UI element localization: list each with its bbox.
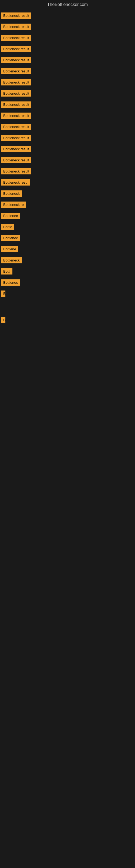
- bottleneck-badge[interactable]: Bottlenec: [1, 279, 20, 286]
- bottleneck-badge[interactable]: Bottleneck result: [1, 35, 31, 41]
- list-item: Bottle: [1, 223, 134, 231]
- list-item: [1, 346, 134, 347]
- bottleneck-badge[interactable]: Bottleneck result: [1, 46, 31, 52]
- bottleneck-badge[interactable]: Bottleneck result: [1, 24, 31, 30]
- bottleneck-badge[interactable]: Bottleneck: [1, 257, 22, 264]
- bottleneck-badge[interactable]: Bottl: [1, 268, 12, 275]
- list-item: Bottleneck result: [1, 67, 134, 76]
- list-item: [1, 331, 134, 332]
- list-item: [1, 305, 134, 306]
- list-item: Bottleneck result: [1, 101, 134, 109]
- site-header: TheBottlenecker.com: [0, 0, 135, 9]
- list-item: Bottleneck result: [1, 156, 134, 165]
- list-item: Bottleneck result: [1, 123, 134, 131]
- bottleneck-badge[interactable]: Bottleneck result: [1, 135, 31, 141]
- bottleneck-badge[interactable]: Bottleneck result: [1, 79, 31, 86]
- list-item: Bottlene: [1, 246, 134, 254]
- bottleneck-badge[interactable]: Bottleneck result: [1, 113, 31, 119]
- list-item: Bottleneck result: [1, 90, 134, 98]
- bottleneck-badge[interactable]: Bottlenec: [1, 235, 20, 241]
- list-item: [1, 335, 134, 336]
- bottleneck-badge[interactable]: Bottleneck result: [1, 124, 31, 130]
- list-item: Bottleneck result: [1, 23, 134, 31]
- bottleneck-badge[interactable]: Bottleneck result: [1, 90, 31, 97]
- list-item: Bottl: [1, 268, 134, 276]
- bottleneck-badge[interactable]: Bottleneck result: [1, 157, 31, 163]
- list-item: B: [1, 290, 134, 299]
- list-item: Bottleneck resu: [1, 179, 134, 187]
- list-item: Bottlenec: [1, 212, 134, 220]
- list-item: Bottleneck re: [1, 201, 134, 209]
- bottleneck-badge[interactable]: Bottleneck resu: [1, 179, 30, 186]
- list-item: Bottleneck result: [1, 79, 134, 87]
- list-item: [1, 301, 134, 302]
- list-item: Bottleneck result: [1, 56, 134, 65]
- bottleneck-badge[interactable]: Bottleneck result: [1, 57, 31, 63]
- list-item: [1, 309, 134, 310]
- list-item: Bottleneck result: [1, 134, 134, 143]
- bottleneck-badge[interactable]: B: [1, 290, 5, 297]
- bottleneck-badge[interactable]: B: [1, 317, 5, 323]
- list-item: [1, 312, 134, 314]
- bottleneck-badge[interactable]: Bottlenec: [1, 213, 20, 219]
- bottleneck-badge[interactable]: Bottleneck result: [1, 146, 31, 152]
- list-item: Bottlenec: [1, 235, 134, 243]
- bottleneck-badge[interactable]: Bottleneck re: [1, 202, 26, 208]
- list-item: Bottleneck result: [1, 167, 134, 176]
- list-item: [1, 339, 134, 340]
- items-container: Bottleneck resultBottleneck resultBottle…: [0, 9, 135, 353]
- bottleneck-badge[interactable]: Bottlene: [1, 246, 18, 252]
- bottleneck-badge[interactable]: Bottle: [1, 224, 14, 230]
- bottleneck-badge[interactable]: Bottleneck result: [1, 168, 31, 175]
- list-item: B: [1, 316, 134, 325]
- bottleneck-badge[interactable]: Bottleneck result: [1, 68, 31, 74]
- list-item: [1, 328, 134, 329]
- list-item: Bottleneck result: [1, 45, 134, 54]
- list-item: Bottleneck: [1, 257, 134, 265]
- bottleneck-badge[interactable]: Bottleneck result: [1, 12, 31, 19]
- bottleneck-badge[interactable]: Bottleneck result: [1, 101, 31, 108]
- list-item: [1, 343, 134, 344]
- list-item: Bottleneck result: [1, 145, 134, 154]
- list-item: Bottleneck result: [1, 112, 134, 120]
- list-item: Bottleneck: [1, 190, 134, 198]
- bottleneck-badge[interactable]: Bottleneck: [1, 190, 22, 197]
- list-item: Bottlenec: [1, 279, 134, 287]
- list-item: Bottleneck result: [1, 34, 134, 42]
- site-title: TheBottlenecker.com: [0, 0, 135, 9]
- list-item: Bottleneck result: [1, 12, 134, 20]
